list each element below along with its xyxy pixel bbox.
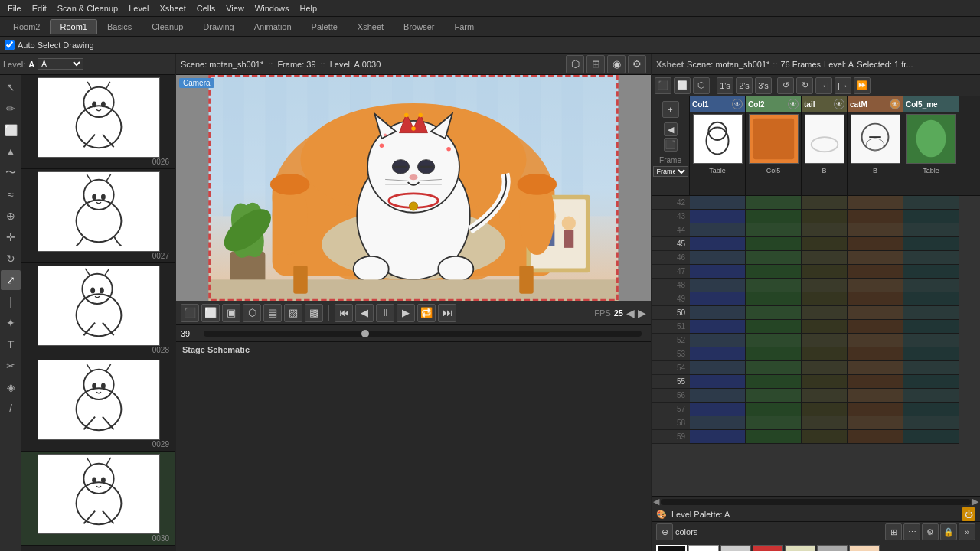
tab-basics[interactable]: Basics xyxy=(97,19,142,34)
xsheet-cell-58-col1[interactable] xyxy=(746,416,802,430)
xsheet-cell-45-col1[interactable] xyxy=(746,237,802,251)
menu-level[interactable]: Level xyxy=(124,2,153,15)
xsheet-cell-46-col0[interactable] xyxy=(690,251,746,265)
brush-tool[interactable]: ✏ xyxy=(1,99,21,119)
settings-btn[interactable]: ⚙ xyxy=(628,55,646,73)
xsheet-cell-46-col4[interactable] xyxy=(903,251,959,265)
select-tool[interactable]: ⤢ xyxy=(1,270,21,290)
xsheet-cell-49-col4[interactable] xyxy=(903,292,959,306)
xsheet-scroll-left[interactable]: ◀ xyxy=(653,497,659,507)
xsheet-cell-43-col2[interactable] xyxy=(802,210,848,223)
xsheet-cell-54-col3[interactable] xyxy=(848,361,903,375)
frame-num-cell-45[interactable]: 45 xyxy=(652,237,690,251)
frame-num-cell-53[interactable]: 53 xyxy=(652,347,690,361)
xsheet-cell-46-col3[interactable] xyxy=(848,251,903,265)
xsheet-cell-51-col4[interactable] xyxy=(903,320,959,334)
xsheet-cell-51-col2[interactable] xyxy=(802,320,848,334)
xsheet-cell-54-col2[interactable] xyxy=(802,361,848,375)
xsheet-cell-50-col1[interactable] xyxy=(746,306,802,320)
frame-type-select[interactable]: Frame xyxy=(653,166,688,177)
xsheet-cell-57-col0[interactable] xyxy=(690,403,746,416)
tab-room1[interactable]: Room1 xyxy=(50,19,96,34)
xsheet-cell-55-col2[interactable] xyxy=(802,375,848,389)
palette-more[interactable]: ⋯ xyxy=(903,523,920,540)
xsheet-cell-47-col0[interactable] xyxy=(690,265,746,279)
xsheet-cell-58-col2[interactable] xyxy=(802,416,848,430)
menu-view[interactable]: View xyxy=(221,2,249,15)
rotate-tool[interactable]: ↻ xyxy=(1,249,21,269)
pb-begin[interactable]: ⏮ xyxy=(335,304,353,322)
scrub-handle[interactable] xyxy=(361,330,369,337)
auto-select-checkbox[interactable] xyxy=(5,40,15,50)
xsh-col2-eye[interactable]: 👁 xyxy=(788,99,799,109)
smudge-tool[interactable]: ≈ xyxy=(1,184,21,204)
thumbnail-0028[interactable]: 0028 xyxy=(21,263,175,357)
tab-browser[interactable]: Browser xyxy=(394,19,444,34)
xsheet-cell-42-col4[interactable] xyxy=(903,196,959,210)
ruler-tool[interactable]: | xyxy=(1,292,21,311)
xsheet-cell-45-col0[interactable] xyxy=(690,237,746,251)
pb-mode-1[interactable]: ⬛ xyxy=(181,304,199,322)
xsheet-cell-57-col2[interactable] xyxy=(802,403,848,416)
rt-step[interactable]: ⏩ xyxy=(854,77,871,94)
rt-arrow-in[interactable]: →| xyxy=(815,77,832,94)
tab-xsheet[interactable]: Xsheet xyxy=(348,19,394,34)
timing-2s[interactable]: 2's xyxy=(736,77,753,94)
thumbnail-0027[interactable]: 0027 xyxy=(21,169,175,263)
xsheet-cell-45-col4[interactable] xyxy=(903,237,959,251)
palette-settings[interactable]: ⚙ xyxy=(922,523,939,540)
pb-mode-6[interactable]: ▨ xyxy=(284,304,302,322)
xsheet-cell-56-col1[interactable] xyxy=(746,389,802,403)
xsheet-cell-56-col0[interactable] xyxy=(690,389,746,403)
xsheet-cell-45-col3[interactable] xyxy=(848,237,903,251)
xsheet-cell-57-col3[interactable] xyxy=(848,403,903,416)
frame-num-cell-52[interactable]: 52 xyxy=(652,334,690,347)
tab-drawing[interactable]: Drawing xyxy=(193,19,243,34)
xsheet-cell-44-col0[interactable] xyxy=(690,223,746,237)
frame-num-cell-42[interactable]: 42 xyxy=(652,196,690,210)
xsheet-cell-49-col1[interactable] xyxy=(746,292,802,306)
xsheet-cell-58-col0[interactable] xyxy=(690,416,746,430)
xsh-col-tail-eye[interactable]: 👁 xyxy=(834,99,844,109)
xsheet-cell-58-col3[interactable] xyxy=(848,416,903,430)
xsheet-cell-43-col1[interactable] xyxy=(746,210,802,223)
pen-tool[interactable]: / xyxy=(1,399,21,419)
palette-swatch-3[interactable]: 3 xyxy=(753,545,783,551)
frame-num-cell-43[interactable]: 43 xyxy=(652,210,690,223)
xsheet-cell-50-col0[interactable] xyxy=(690,306,746,320)
xsheet-cell-52-col4[interactable] xyxy=(903,334,959,347)
fps-nav-right[interactable]: ▶ xyxy=(638,307,646,319)
xsheet-cell-53-col3[interactable] xyxy=(848,347,903,361)
xsheet-cell-49-col2[interactable] xyxy=(802,292,848,306)
scrub-track[interactable] xyxy=(204,331,642,337)
xsheet-cell-43-col0[interactable] xyxy=(690,210,746,223)
timing-1s[interactable]: 1's xyxy=(717,77,733,94)
palette-new[interactable]: ⊕ xyxy=(656,523,673,540)
palette-swatch-0[interactable]: 0 xyxy=(656,545,687,551)
xsheet-cell-59-col1[interactable] xyxy=(746,430,802,444)
xsheet-cell-53-col4[interactable] xyxy=(903,347,959,361)
xsheet-cell-42-col3[interactable] xyxy=(848,196,903,210)
xsheet-cell-54-col1[interactable] xyxy=(746,361,802,375)
tab-palette[interactable]: Palette xyxy=(302,19,348,34)
xsheet-cell-54-col0[interactable] xyxy=(690,361,746,375)
fill-tool[interactable]: ▲ xyxy=(1,142,21,161)
menu-help[interactable]: Help xyxy=(295,2,322,15)
menu-cells[interactable]: Cells xyxy=(192,2,220,15)
xsheet-cell-42-col0[interactable] xyxy=(690,196,746,210)
thumbnail-0030[interactable]: 0030 xyxy=(21,452,175,546)
xsheet-cell-50-col4[interactable] xyxy=(903,306,959,320)
xsheet-cell-50-col3[interactable] xyxy=(848,306,903,320)
tab-cleanup[interactable]: Cleanup xyxy=(142,19,193,34)
stroke-tool[interactable]: 〜 xyxy=(1,163,21,183)
palette-power[interactable]: ⏻ xyxy=(962,507,975,521)
xsheet-cell-50-col2[interactable] xyxy=(802,306,848,320)
frame-num-cell-59[interactable]: 59 xyxy=(652,430,690,444)
frame-num-cell-51[interactable]: 51 xyxy=(652,320,690,334)
level-dropdown[interactable]: A xyxy=(38,58,83,70)
pb-mode-3[interactable]: ▣ xyxy=(222,304,240,322)
xsheet-cell-59-col3[interactable] xyxy=(848,430,903,444)
zoom-tool[interactable]: ⊕ xyxy=(1,206,21,226)
palette-grid-view[interactable]: ⊞ xyxy=(885,523,902,540)
xsheet-cell-48-col4[interactable] xyxy=(903,279,959,292)
